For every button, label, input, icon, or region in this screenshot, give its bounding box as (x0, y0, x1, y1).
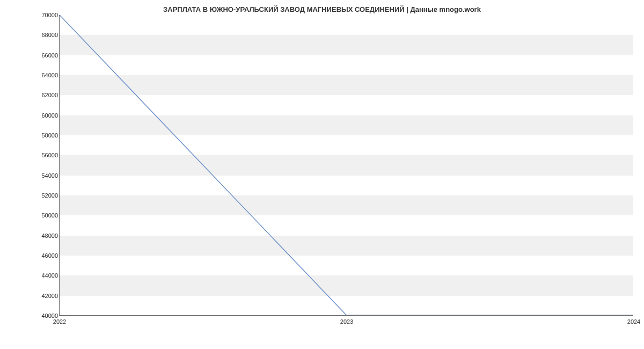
y-tick-label: 44000 (38, 272, 58, 279)
y-tick-label: 52000 (38, 192, 58, 199)
y-tick-label: 60000 (38, 112, 58, 119)
y-tick-label: 62000 (38, 92, 58, 98)
y-tick-label: 68000 (38, 32, 58, 38)
y-tick-label: 58000 (38, 132, 58, 139)
x-tick-label: 2023 (340, 318, 353, 325)
y-tick-label: 54000 (38, 172, 58, 179)
plot-container: 4000042000440004600048000500005200054000… (38, 15, 633, 326)
y-tick-label: 66000 (38, 52, 58, 59)
y-tick-label: 46000 (38, 252, 58, 259)
x-tick-label: 2024 (627, 318, 640, 325)
y-tick-label: 42000 (38, 293, 58, 299)
y-tick-label: 70000 (38, 12, 58, 18)
chart-title: ЗАРПЛАТА В ЮЖНО-УРАЛЬСКИЙ ЗАВОД МАГНИЕВЫ… (0, 0, 644, 13)
line-series (60, 15, 633, 315)
y-tick-label: 64000 (38, 72, 58, 78)
plot-area: 202220232024 (59, 15, 633, 316)
x-tick-label: 2022 (53, 318, 66, 325)
y-tick-label: 48000 (38, 232, 58, 239)
y-tick-label: 56000 (38, 152, 58, 158)
y-tick-label: 50000 (38, 212, 58, 219)
